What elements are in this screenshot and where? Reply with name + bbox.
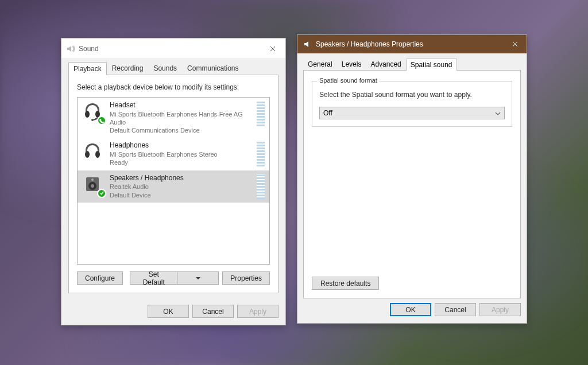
properties-tabstrip: General Levels Advanced Spatial sound xyxy=(297,53,527,70)
device-item-headset[interactable]: Headset Mi Sports Bluetooth Earphones Ha… xyxy=(78,98,269,138)
device-list: Headset Mi Sports Bluetooth Earphones Ha… xyxy=(77,97,270,265)
device-status: Default Communications Device xyxy=(110,126,254,134)
tab-levels[interactable]: Levels xyxy=(337,58,366,70)
tab-recording[interactable]: Recording xyxy=(107,61,149,75)
tab-general[interactable]: General xyxy=(303,58,337,70)
tab-advanced[interactable]: Advanced xyxy=(366,58,405,70)
set-default-button[interactable]: Set Default xyxy=(130,271,177,285)
device-item-headphones[interactable]: Headphones Mi Sports Bluetooth Earphones… xyxy=(78,138,269,170)
cancel-button[interactable]: Cancel xyxy=(435,303,476,316)
speaker-title-icon xyxy=(303,40,312,49)
vu-meter xyxy=(257,141,265,166)
svg-point-2 xyxy=(91,119,94,121)
properties-dialog: Speakers / Headphones Properties General… xyxy=(297,34,527,324)
vu-meter xyxy=(257,174,265,199)
configure-button[interactable]: Configure xyxy=(77,271,123,285)
playback-instruction: Select a playback device below to modify… xyxy=(77,83,270,91)
properties-titlebar[interactable]: Speakers / Headphones Properties xyxy=(297,35,527,53)
device-name: Speakers / Headphones xyxy=(110,174,254,183)
device-status: Default Device xyxy=(110,191,254,199)
spatial-format-select[interactable]: Off xyxy=(319,107,505,119)
sound-close-button[interactable] xyxy=(265,38,281,59)
sound-title-text: Sound xyxy=(79,45,265,53)
sound-tabstrip: Playback Recording Sounds Communications xyxy=(61,59,285,75)
headphones-icon xyxy=(82,141,105,164)
playback-button-row: Configure Set Default Properties xyxy=(77,271,270,285)
spatial-sound-pane: Spatial sound format Select the Spatial … xyxy=(303,70,521,298)
svg-point-3 xyxy=(85,151,90,158)
device-desc: Mi Sports Bluetooth Earphones Stereo xyxy=(110,150,254,158)
apply-button[interactable]: Apply xyxy=(237,305,278,318)
svg-point-0 xyxy=(85,111,90,118)
set-default-dropdown[interactable] xyxy=(177,271,219,285)
close-icon xyxy=(270,46,276,52)
playback-pane: Select a playback device below to modify… xyxy=(68,75,278,293)
group-legend: Spatial sound format xyxy=(317,77,380,84)
svg-point-7 xyxy=(91,184,94,188)
svg-point-4 xyxy=(95,151,100,158)
device-item-speakers[interactable]: Speakers / Headphones Realtek Audio Defa… xyxy=(78,170,269,203)
chevron-down-icon xyxy=(196,277,200,279)
group-description: Select the Spatial sound format you want… xyxy=(319,91,505,99)
restore-defaults-label: Restore defaults xyxy=(320,279,370,288)
tab-sounds[interactable]: Sounds xyxy=(148,61,182,75)
cancel-button[interactable]: Cancel xyxy=(192,305,234,318)
properties-dialog-buttons: OK Cancel Apply xyxy=(297,303,527,323)
apply-button[interactable]: Apply xyxy=(479,303,521,316)
properties-title-text: Speakers / Headphones Properties xyxy=(316,40,504,48)
svg-point-8 xyxy=(91,178,94,181)
speaker-title-icon xyxy=(66,44,75,53)
restore-defaults-button[interactable]: Restore defaults xyxy=(312,277,379,290)
device-status: Ready xyxy=(110,158,254,166)
sound-dialog: Sound Playback Recording Sounds Communic… xyxy=(61,38,286,325)
properties-button[interactable]: Properties xyxy=(222,271,270,285)
speaker-icon xyxy=(82,174,105,197)
tab-spatial-sound[interactable]: Spatial sound xyxy=(406,59,457,71)
close-icon xyxy=(512,41,518,47)
chevron-down-icon xyxy=(495,109,501,117)
properties-close-button[interactable] xyxy=(504,35,527,53)
check-badge-icon xyxy=(97,189,106,198)
select-value: Off xyxy=(323,109,332,117)
device-name: Headphones xyxy=(110,141,254,150)
vu-meter xyxy=(257,101,265,126)
device-desc: Realtek Audio xyxy=(110,182,254,191)
spatial-sound-group: Spatial sound format Select the Spatial … xyxy=(312,81,512,127)
phone-badge-icon xyxy=(97,116,106,125)
headset-icon xyxy=(82,101,105,124)
tab-playback[interactable]: Playback xyxy=(68,62,107,75)
tab-communications[interactable]: Communications xyxy=(182,61,243,75)
ok-button[interactable]: OK xyxy=(390,303,431,316)
device-desc: Mi Sports Bluetooth Earphones Hands-Free… xyxy=(110,110,254,127)
sound-titlebar[interactable]: Sound xyxy=(61,38,285,59)
sound-dialog-buttons: OK Cancel Apply xyxy=(61,300,285,325)
ok-button[interactable]: OK xyxy=(148,305,189,318)
device-name: Headset xyxy=(110,101,254,110)
